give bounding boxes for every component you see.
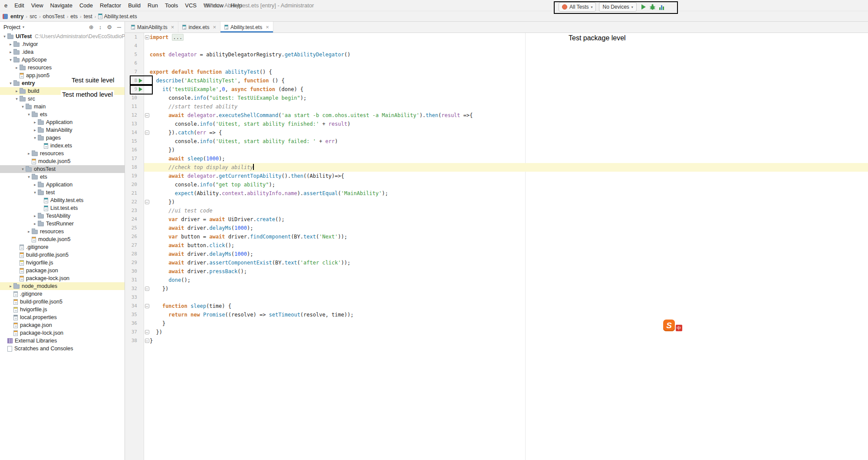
code-line-1[interactable]: 1+import ...: [125, 33, 868, 42]
tree-item-index-ets[interactable]: index.ets: [0, 142, 125, 150]
tree-collapsed-arrow-icon[interactable]: ▸: [8, 284, 13, 288]
fold-marker-icon[interactable]: −: [145, 113, 149, 117]
menu-item-refactor[interactable]: Refactor: [96, 2, 125, 9]
tree-item-app-json5[interactable]: app.json5: [0, 72, 125, 79]
debug-button[interactable]: [649, 3, 656, 10]
locate-icon[interactable]: ⊕: [89, 24, 94, 30]
device-selector[interactable]: No Devices ▾: [599, 2, 636, 12]
settings-icon[interactable]: ⚙: [107, 24, 112, 30]
code-line-24[interactable]: 24 var driver = await UiDriver.create();: [125, 215, 868, 224]
code-line-7[interactable]: 7export default function abilityTest() {: [125, 68, 868, 76]
tree-collapsed-arrow-icon[interactable]: ▸: [32, 222, 38, 226]
code-editor[interactable]: 1+import ...45const delegator = abilityD…: [125, 33, 868, 460]
tree-item-ability-test-ets[interactable]: Ability.test.ets: [0, 196, 125, 204]
tree-expanded-arrow-icon[interactable]: ▾: [32, 136, 38, 140]
tree-item-ets[interactable]: ▾ets: [0, 173, 125, 181]
project-panel-title[interactable]: Project: [3, 24, 20, 30]
expand-collapse-icon[interactable]: ↕: [99, 24, 102, 30]
code-line-17[interactable]: 17 await sleep(1000);: [125, 154, 868, 163]
code-line-16[interactable]: 16 }): [125, 146, 868, 154]
tree-item-application[interactable]: ▸Application: [0, 118, 125, 126]
code-line-20[interactable]: 20 console.info("get top ability");: [125, 180, 868, 189]
fold-marker-icon[interactable]: −: [145, 287, 149, 291]
tree-collapsed-arrow-icon[interactable]: ▸: [32, 128, 38, 132]
close-icon[interactable]: ×: [213, 24, 216, 30]
code-line-32[interactable]: 32− }): [125, 284, 868, 293]
tree-expanded-arrow-icon[interactable]: ▾: [26, 175, 32, 179]
tree-item-build-profile-json5[interactable]: build-profile.json5: [0, 251, 125, 259]
code-line-25[interactable]: 25 await driver.delayMs(1000);: [125, 224, 868, 232]
tree-item-hvigorfile-js[interactable]: hvigorfile.js: [0, 259, 125, 267]
tree-collapsed-arrow-icon[interactable]: ▸: [32, 214, 38, 218]
close-icon[interactable]: ×: [266, 24, 269, 30]
tree-item-gitignore[interactable]: .gitignore: [0, 290, 125, 298]
code-line-21[interactable]: 21 expect(Ability.context.abilityInfo.na…: [125, 189, 868, 198]
tree-item-hvigorfile-js[interactable]: hvigorfile.js: [0, 306, 125, 313]
code-line-8[interactable]: 8 describe('ActsAbilityTest', function (…: [125, 76, 868, 85]
tree-expanded-arrow-icon[interactable]: ▾: [8, 58, 13, 62]
fold-marker-icon[interactable]: +: [145, 35, 149, 39]
code-line-22[interactable]: 22− }): [125, 198, 868, 206]
breadcrumb-item-ets[interactable]: ets: [70, 13, 78, 20]
menu-item-navigate[interactable]: Navigate: [47, 2, 76, 9]
code-line-19[interactable]: 19 await delegator.getCurrentTopAbility(…: [125, 172, 868, 180]
tree-item-module-json5[interactable]: module.json5: [0, 157, 125, 165]
code-line-33[interactable]: 33: [125, 293, 868, 302]
breadcrumb-item-entry[interactable]: entry: [10, 13, 24, 20]
code-line-27[interactable]: 27 await button.click();: [125, 241, 868, 250]
code-line-18[interactable]: 18 //check top display ability: [125, 163, 868, 172]
tree-item-testrunner[interactable]: ▸TestRunner: [0, 220, 125, 228]
code-line-36[interactable]: 36 }: [125, 319, 868, 328]
tree-collapsed-arrow-icon[interactable]: ▸: [26, 151, 32, 156]
code-line-9[interactable]: 9 it('testUiExample',0, async function (…: [125, 85, 868, 94]
chinese-mode-icon[interactable]: 中: [676, 325, 682, 331]
tab-mainability-ts[interactable]: MainAbility.ts×: [127, 22, 178, 33]
tree-item-idea[interactable]: ▸.idea: [0, 48, 125, 56]
tree-item-external-libraries[interactable]: External Libraries: [0, 337, 125, 345]
tree-item-resources[interactable]: ▸resources: [0, 228, 125, 235]
tree-item-node-modules[interactable]: ▸node_modules: [0, 282, 125, 290]
tree-item-build-profile-json5[interactable]: build-profile.json5: [0, 298, 125, 306]
code-line-26[interactable]: 26 var button = await driver.findCompone…: [125, 232, 868, 241]
tree-expanded-arrow-icon[interactable]: ▾: [8, 81, 13, 85]
code-line-11[interactable]: 11 //start tested ability: [125, 102, 868, 111]
tree-item-src[interactable]: ▾src: [0, 95, 125, 103]
tree-item-uitest[interactable]: ▾UiTestC:\Users\Administrator\DevEcoStud…: [0, 33, 125, 40]
code-line-31[interactable]: 31 done();: [125, 276, 868, 284]
run-test-icon[interactable]: [139, 78, 142, 83]
close-icon[interactable]: ×: [171, 24, 174, 30]
tree-collapsed-arrow-icon[interactable]: ▸: [32, 120, 38, 124]
fold-marker-icon[interactable]: −: [145, 339, 149, 343]
breadcrumb-item-ability-test-ets[interactable]: Ability.test.ets: [98, 13, 137, 20]
code-line-37[interactable]: 37− }): [125, 328, 868, 336]
menu-item-edit[interactable]: Edit: [11, 2, 27, 9]
code-line-14[interactable]: 14− }).catch(err => {: [125, 128, 868, 137]
fold-marker-icon[interactable]: −: [145, 200, 149, 204]
breadcrumb-item-ohostest[interactable]: ohosTest: [43, 13, 65, 20]
tree-expanded-arrow-icon[interactable]: ▾: [32, 190, 38, 195]
tree-item-ets[interactable]: ▾ets: [0, 111, 125, 118]
fold-marker-icon[interactable]: −: [145, 130, 149, 135]
tree-item-scratches-and-consoles[interactable]: Scratches and Consoles: [0, 345, 125, 352]
tree-item-module-json5[interactable]: module.json5: [0, 235, 125, 243]
run-config-selector[interactable]: All Tests ▾: [559, 2, 596, 12]
breadcrumb-item-test[interactable]: test: [84, 13, 92, 20]
code-line-10[interactable]: 10 console.info("uitest: TestUiExample b…: [125, 94, 868, 102]
tree-item-local-properties[interactable]: local.properties: [0, 313, 125, 321]
code-line-35[interactable]: 35 return new Promise((resolve) => setTi…: [125, 310, 868, 319]
tree-item-testability[interactable]: ▸TestAbility: [0, 212, 125, 220]
tab-ability-test-ets[interactable]: Ability.test.ets×: [220, 22, 273, 33]
menu-item-view[interactable]: View: [28, 2, 47, 9]
fold-marker-icon[interactable]: −: [145, 304, 149, 308]
tree-item-pages[interactable]: ▾pages: [0, 134, 125, 142]
tree-item-gitignore[interactable]: .gitignore: [0, 243, 125, 251]
tree-item-package-json[interactable]: package.json: [0, 321, 125, 329]
code-line-30[interactable]: 30 await driver.pressBack();: [125, 267, 868, 276]
tree-item-hvigor[interactable]: ▸.hvigor: [0, 40, 125, 48]
tree-expanded-arrow-icon[interactable]: ▾: [14, 97, 20, 101]
run-test-icon[interactable]: [139, 87, 142, 91]
tree-collapsed-arrow-icon[interactable]: ▸: [32, 183, 38, 187]
tree-item-resources[interactable]: ▸resources: [0, 64, 125, 72]
tree-expanded-arrow-icon[interactable]: ▾: [20, 167, 26, 171]
ime-indicator[interactable]: S 中: [663, 320, 682, 331]
